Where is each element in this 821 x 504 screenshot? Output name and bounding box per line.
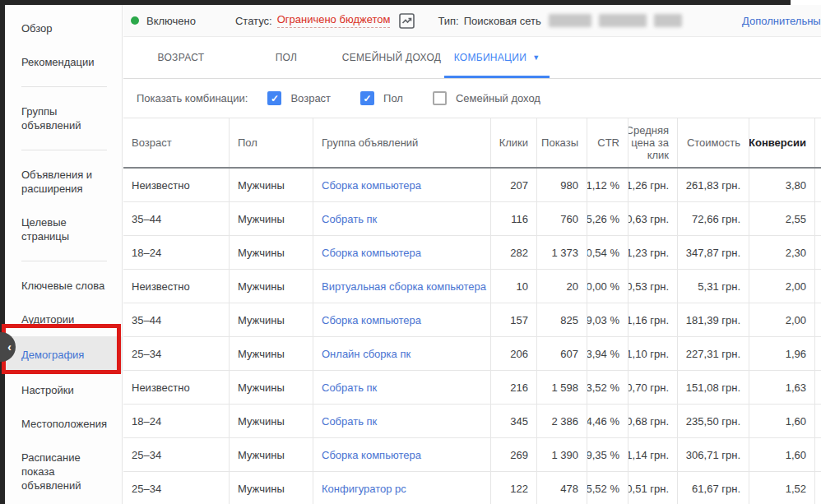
sidebar-item-6[interactable]: Целевые страницы [5,206,122,253]
cell-gender: Мужчины [229,405,313,437]
chevron-down-icon: ▼ [532,53,540,62]
cell-avg_cpc: 0,53 грн. [628,270,677,303]
main-content: Включено Статус: Ограничено бюджетом Тип… [123,5,821,504]
cell-clicks: 157 [490,303,536,336]
column-header-impressions[interactable]: Показы [536,118,587,167]
cell-impressions: 760 [536,202,587,235]
google-ads-demographics-screen: ОбзорРекомендацииГруппы объявленийОбъявл… [0,0,821,504]
sidebar-item-13[interactable]: Расписание показа объявлений [5,441,122,502]
tab-2[interactable]: СЕМЕЙНЫЙ ДОХОД [339,37,444,78]
cell-ctr: 20,54 % [587,236,628,269]
cell-group[interactable]: Сборка компьютера [313,303,490,336]
cell-age: 18–24 [123,236,229,269]
combination-option-0[interactable]: ✓Возраст [267,91,331,105]
cell-clicks: 122 [490,472,536,504]
table-body: НеизвестноМужчиныСборка компьютера207980… [123,169,821,504]
cell-cost: 61,67 грн. [677,472,749,504]
column-header-clicks[interactable]: Клики [490,118,536,167]
screenshot-left-edge [0,0,5,504]
column-header-group[interactable]: Группа объявлений [313,118,490,167]
campaign-status-bar: Включено Статус: Ограничено бюджетом Тип… [123,5,821,37]
column-header-avg_cpc[interactable]: Средняя цена за клик [628,118,677,167]
sidebar-divider [21,261,107,261]
cell-group[interactable]: Собрать пк [313,202,490,235]
cell-group[interactable]: Конфигуратор pc [313,472,490,504]
sidebar-item-10[interactable]: Демография [5,336,122,373]
cell-ctr: 25,52 % [587,472,628,504]
cell-group[interactable]: Онлайн сборка пк [313,337,490,370]
cell-clicks: 206 [490,337,536,370]
cell-group[interactable]: Сборка компьютера [313,236,490,269]
cell-group[interactable]: Виртуальная сборка компьютера [313,270,490,303]
combination-checkboxes: ✓Возраст✓ПолСемейный доход [267,91,570,105]
sidebar-item-11[interactable]: Настройки [5,373,122,407]
status-prefix-label: Статус: [235,15,272,27]
type-prefix-label: Тип: [438,15,458,27]
cell-gender: Мужчины [229,236,313,269]
cell-conversions: 2,00 [749,270,814,303]
column-header-cost[interactable]: Стоимость [677,118,749,167]
sidebar-item-12[interactable]: Местоположения [5,407,122,441]
cell-ctr: 50,00 % [587,270,628,303]
cell-conversions: 2,55 [749,202,814,235]
table-row: 18–24МужчиныСборка компьютера2821 37320,… [123,236,821,270]
sidebar-item-9[interactable]: Аудитории [5,303,122,336]
sidebar-item-3[interactable]: Группы объявлений [5,95,122,142]
cell-avg_cpc: 1,16 грн. [628,303,677,336]
cell-age: Неизвестно [123,169,229,201]
cell-ctr: 15,26 % [587,202,628,235]
checkbox-checked-icon[interactable]: ✓ [360,91,374,105]
tab-3[interactable]: КОМБИНАЦИИ▼ [444,37,550,78]
cell-impressions: 1 598 [536,371,587,404]
checkbox-checked-icon[interactable]: ✓ [267,91,281,105]
tab-0[interactable]: ВОЗРАСТ [128,37,234,78]
sidebar-item-list: ОбзорРекомендацииГруппы объявленийОбъявл… [5,12,122,502]
sidebar-item-5[interactable]: Объявления и расширения [5,158,122,206]
cell-spacer [814,303,821,336]
cell-group[interactable]: Собрать пк [313,405,490,437]
column-header-spacer[interactable] [814,118,821,167]
column-header-gender[interactable]: Пол [229,118,313,167]
cell-impressions: 607 [536,337,587,370]
cell-spacer [814,337,821,370]
cell-avg_cpc: 1,23 грн. [628,236,677,269]
checkbox-unchecked-icon[interactable] [433,91,447,105]
column-header-conversions[interactable]: Конверсии [749,118,814,167]
cell-gender: Мужчины [229,270,313,303]
cell-group[interactable]: Сборка компьютера [313,169,490,201]
tab-label: ПОЛ [276,52,298,63]
sidebar-item-1[interactable]: Рекомендации [5,45,122,79]
column-header-ctr[interactable]: CTR [587,118,628,167]
demographics-tab-bar: ВОЗРАСТПОЛСЕМЕЙНЫЙ ДОХОДКОМБИНАЦИИ▼ [123,37,821,79]
cell-gender: Мужчины [229,371,313,404]
cell-gender: Мужчины [229,438,313,471]
cell-avg_cpc: 0,68 грн. [628,405,677,437]
cell-cost: 261,83 грн. [677,169,749,201]
sidebar-item-8[interactable]: Ключевые слова [5,269,122,303]
cell-impressions: 1 390 [536,438,587,471]
cell-avg_cpc: 1,14 грн. [628,438,677,471]
combination-option-1[interactable]: ✓Пол [360,91,403,105]
sidebar-item-0[interactable]: Обзор [5,12,122,45]
status-value-link[interactable]: Ограничено бюджетом [277,13,391,28]
table-header-row: ВозрастПолГруппа объявленийКликиПоказыCT… [123,118,821,169]
cell-impressions: 980 [536,169,587,201]
cell-group[interactable]: Собрать пк [313,371,490,404]
cell-group[interactable]: Сборка компьютера [313,438,490,471]
cell-impressions: 20 [536,270,587,303]
column-header-age[interactable]: Возраст [123,118,229,167]
cell-avg_cpc: 1,10 грн. [628,337,677,370]
bid-simulator-chart-icon[interactable] [398,12,415,30]
cell-impressions: 1 373 [536,236,587,269]
cell-ctr: 33,94 % [587,337,628,370]
additional-details-link[interactable]: Дополнительны [742,15,821,27]
tab-1[interactable]: ПОЛ [234,37,339,78]
combination-option-2[interactable]: Семейный доход [433,91,540,105]
cell-cost: 5,31 грн. [677,270,749,303]
cell-avg_cpc: 0,63 грн. [628,202,677,235]
cell-ctr: 13,52 % [587,371,628,404]
cell-spacer [814,405,821,437]
cell-clicks: 269 [490,438,536,471]
tab-label: ВОЗРАСТ [158,52,205,63]
cell-age: 25–34 [123,438,229,471]
